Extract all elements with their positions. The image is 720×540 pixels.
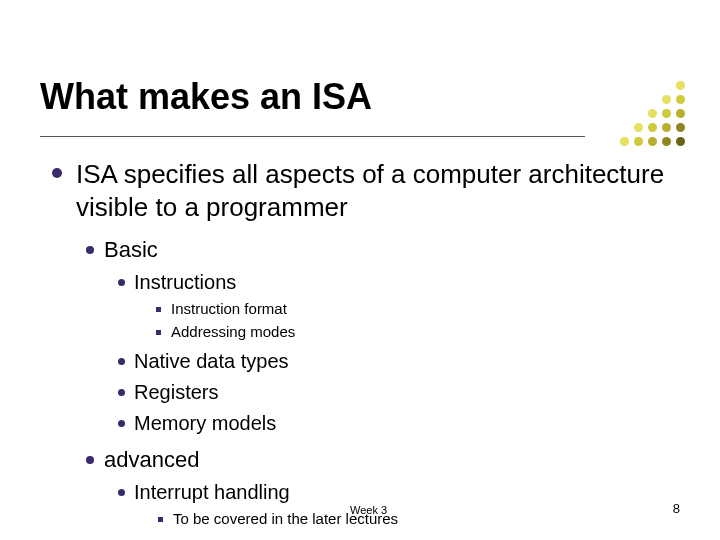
bullet-lvl4: To be covered in the later lectures (158, 510, 682, 527)
bullet-lvl1: ISA specifies all aspects of a computer … (52, 158, 682, 223)
bullet-text: Addressing modes (171, 323, 295, 340)
bullet-text: Memory models (134, 412, 276, 435)
bullet-icon (158, 517, 163, 522)
bullet-lvl3: Interrupt handling (118, 481, 682, 504)
bullet-text: Instructions (134, 271, 236, 294)
bullet-text: ISA specifies all aspects of a computer … (76, 158, 682, 223)
bullet-icon (118, 389, 125, 396)
bullet-lvl3: Registers (118, 381, 682, 404)
bullet-icon (118, 489, 125, 496)
bullet-lvl3: Memory models (118, 412, 682, 435)
bullet-text: Registers (134, 381, 218, 404)
bullet-text: Instruction format (171, 300, 287, 317)
bullet-lvl4: Instruction format (156, 300, 682, 317)
bullet-lvl3: Instructions (118, 271, 682, 294)
footer-page-number: 8 (673, 501, 680, 516)
bullet-icon (52, 168, 62, 178)
bullet-text: Native data types (134, 350, 289, 373)
slide-body: ISA specifies all aspects of a computer … (52, 158, 682, 527)
bullet-icon (156, 307, 161, 312)
slide-title: What makes an ISA (40, 76, 372, 118)
bullet-lvl2: advanced (86, 447, 682, 473)
bullet-lvl4: Addressing modes (156, 323, 682, 340)
title-underline (40, 136, 585, 137)
decorative-dots (619, 80, 686, 147)
bullet-icon (86, 456, 94, 464)
bullet-lvl2: Basic (86, 237, 682, 263)
bullet-icon (118, 358, 125, 365)
bullet-icon (156, 330, 161, 335)
footer-week: Week 3 (350, 504, 387, 516)
bullet-lvl3: Native data types (118, 350, 682, 373)
bullet-text: Basic (104, 237, 158, 263)
slide: What makes an ISA ISA specifies all aspe… (0, 0, 720, 540)
bullet-icon (118, 279, 125, 286)
bullet-text: Interrupt handling (134, 481, 290, 504)
bullet-icon (118, 420, 125, 427)
bullet-text: advanced (104, 447, 199, 473)
bullet-icon (86, 246, 94, 254)
